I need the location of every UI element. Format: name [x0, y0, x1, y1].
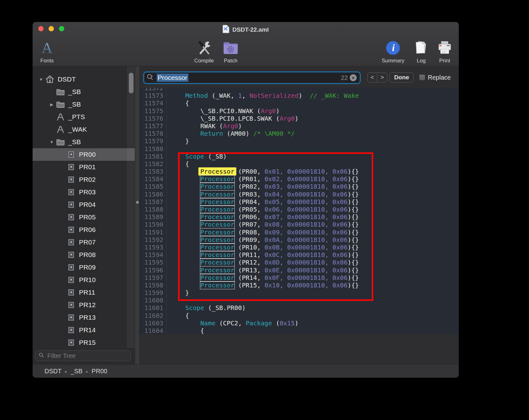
tree-item-pr09[interactable]: PR09 [33, 261, 135, 274]
split-drag-handle[interactable] [136, 201, 139, 204]
tree-item-pr04[interactable]: PR04 [33, 198, 135, 211]
processor-icon [66, 288, 76, 297]
code-text: Processor (PR10, 0x0B, 0x00001810, 0x06)… [166, 244, 359, 251]
line-number: 11594 [140, 251, 163, 259]
tree-item-pr15[interactable]: PR15 [33, 336, 135, 348]
disclosure-open-icon[interactable]: ▼ [37, 77, 45, 82]
tree-item-pr06[interactable]: PR06 [33, 223, 135, 236]
clear-search-button[interactable]: ✕ [350, 74, 357, 81]
breadcrumb-item-pr00[interactable]: PR00 [92, 368, 107, 375]
code-token [170, 274, 200, 281]
patch-button[interactable]: Patch [216, 39, 246, 64]
search-input[interactable]: Processor 22 ✕ [143, 71, 361, 84]
code-text: \_SB.PCI0.NWAK (Arg0) [166, 107, 280, 115]
tree-item-_sb[interactable]: ▶_SB [33, 98, 135, 111]
breadcrumb-item-dsdt[interactable]: DSDT [45, 368, 61, 375]
filter-tree-field[interactable] [35, 350, 131, 361]
find-bar: Processor 22 ✕ < > Done Replace [140, 66, 459, 88]
tree-item-label: PR07 [79, 239, 96, 246]
code-token: ){} [348, 183, 359, 190]
code-token [170, 191, 200, 198]
tree-item-pr11[interactable]: PR11 [33, 286, 135, 299]
code-token [170, 259, 200, 266]
code-token: // _WAK: Wake [310, 92, 359, 99]
disclosure-open-icon[interactable]: ▼ [48, 140, 56, 144]
line-number: 11584 [140, 175, 163, 183]
code-line: 11582 { [140, 160, 459, 168]
code-token: (PR00, [234, 168, 264, 175]
editor-pane: Processor 22 ✕ < > Done Replace 11572115… [140, 66, 459, 364]
tree-item-label: PR09 [79, 264, 96, 271]
code-line: 11601 Scope (_SB.PR00) [140, 304, 459, 312]
tree-item-_sb[interactable]: _SB [33, 86, 135, 98]
code-token [170, 206, 200, 213]
breadcrumb: DSDT ▸ _SB ▸ PR00 [33, 364, 459, 378]
tree-item-label: _SB [68, 88, 81, 96]
filter-tree-input[interactable] [47, 352, 128, 360]
code-token: (PR15, [234, 281, 264, 289]
search-match-current: Processor [198, 167, 236, 176]
tree-item-pr10[interactable]: PR10 [33, 274, 135, 286]
sidebar-scrollbar[interactable] [127, 66, 135, 348]
code-token [170, 183, 200, 190]
code-token: ){} [348, 236, 359, 244]
tree-item-label: PR00 [79, 151, 96, 158]
search-match: Processor [200, 175, 234, 183]
code-editor[interactable]: 1157211573 Method (_WAK, 1, NotSerialize… [140, 88, 459, 334]
code-token: 0x01, 0x00001810, 0x06 [264, 168, 348, 175]
tree-item-pr05[interactable]: PR05 [33, 211, 135, 223]
tree-item-pr08[interactable]: PR08 [33, 249, 135, 261]
processor-icon [66, 250, 76, 260]
code-token: ) [298, 92, 310, 99]
code-token: (CPC2, [216, 319, 246, 327]
tree-item-pr12[interactable]: PR12 [33, 299, 135, 311]
code-token [170, 244, 200, 251]
tree-item-label: DSDT [58, 76, 76, 83]
disclosure-closed-icon[interactable]: ▶ [48, 102, 56, 107]
summary-button[interactable]: i Summary [378, 39, 408, 64]
tree-item-pr14[interactable]: PR14 [33, 324, 135, 336]
code-text: Processor (PR04, 0x05, 0x00001810, 0x06)… [166, 198, 359, 206]
code-token [170, 221, 200, 228]
fonts-icon: A [42, 40, 53, 56]
done-button[interactable]: Done [390, 72, 414, 82]
tree-item-pr03[interactable]: PR03 [33, 186, 135, 198]
tree-item-label: PR11 [79, 289, 95, 296]
code-line: 11603 Name (CPC2, Package (0x15) [140, 319, 459, 327]
code-token: Arg0 [280, 115, 295, 122]
code-token: 0x03, 0x00001810, 0x06 [264, 183, 348, 190]
tree-item-pr00[interactable]: PR00 [33, 148, 135, 161]
breadcrumb-item-sb[interactable]: _SB [71, 368, 82, 375]
tree-item-dsdt[interactable]: ▼DSDT [33, 73, 135, 86]
tree-item-_pts[interactable]: _PTS [33, 111, 135, 123]
folder-icon [56, 87, 65, 97]
code-token: Arg0 [223, 122, 238, 130]
code-line: 11593 Processor (PR10, 0x0B, 0x00001810,… [140, 244, 459, 251]
tree-item-pr02[interactable]: PR02 [33, 173, 135, 186]
sidebar-scrollbar-thumb[interactable] [129, 73, 134, 93]
find-next-button[interactable]: > [377, 73, 387, 82]
compile-button[interactable]: Compile [189, 39, 219, 64]
split-divider[interactable] [135, 66, 140, 364]
line-number: 11583 [140, 168, 163, 175]
line-number: 11592 [140, 236, 163, 244]
replace-checkbox[interactable] [419, 75, 425, 80]
code-token: 0x0C, 0x00001810, 0x06 [264, 251, 348, 259]
tree-item-pr13[interactable]: PR13 [33, 311, 135, 324]
code-line: 11604 { [140, 327, 459, 334]
line-number: 11596 [140, 266, 163, 274]
tree-item-_wak[interactable]: _WAK [33, 123, 135, 136]
code-text: Processor (PR14, 0x0F, 0x00001810, 0x06)… [166, 274, 359, 281]
fonts-button[interactable]: A Fonts [33, 39, 62, 64]
tree-item-pr07[interactable]: PR07 [33, 236, 135, 249]
code-line: 11590 Processor (PR07, 0x08, 0x00001810,… [140, 221, 459, 228]
search-icon[interactable] [147, 74, 155, 82]
tree-item-label: _PTS [68, 113, 85, 121]
code-token: 0x10, 0x00001810, 0x06 [264, 281, 348, 289]
tree-item-pr01[interactable]: PR01 [33, 161, 135, 173]
code-token: 0x0E, 0x00001810, 0x06 [264, 266, 348, 274]
print-button[interactable]: Print [430, 39, 459, 64]
code-line: 11581 Scope (_SB) [140, 153, 459, 160]
tree-item-_sb[interactable]: ▼_SB [33, 136, 135, 148]
find-previous-button[interactable]: < [368, 73, 377, 82]
